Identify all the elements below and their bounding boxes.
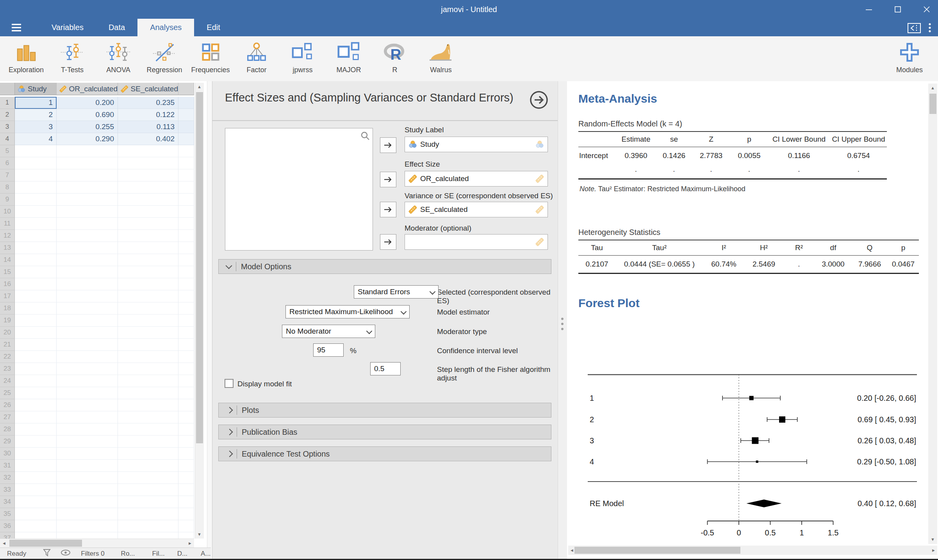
row-number[interactable]: 33 — [0, 484, 15, 496]
effect-size-field[interactable]: OR_calculated — [405, 171, 548, 187]
grid-cell[interactable] — [57, 472, 118, 484]
ribbon-item-t-tests[interactable]: T-Tests — [49, 39, 95, 74]
grid-cell[interactable] — [15, 169, 57, 181]
results-vertical-scrollbar[interactable]: ▲ ▼ — [928, 84, 937, 544]
row-number[interactable]: 35 — [0, 508, 15, 520]
scrollbar-thumb[interactable] — [196, 92, 203, 443]
grid-cell[interactable] — [178, 218, 194, 230]
grid-cell[interactable] — [178, 254, 194, 266]
grid-cell[interactable]: 0.122 — [118, 109, 178, 121]
grid-cell[interactable] — [178, 121, 194, 133]
grid-corner-cell[interactable] — [0, 83, 15, 95]
grid-cell[interactable] — [118, 218, 178, 230]
grid-cell[interactable] — [15, 484, 57, 496]
grid-cell[interactable] — [118, 436, 178, 448]
row-number[interactable]: 24 — [0, 375, 15, 387]
grid-cell[interactable] — [118, 254, 178, 266]
grid-cell[interactable]: 0.200 — [57, 97, 118, 109]
grid-cell[interactable] — [178, 520, 194, 532]
grid-cell[interactable] — [15, 448, 57, 460]
row-number[interactable]: 10 — [0, 206, 15, 218]
ribbon-item-jpwrss[interactable]: jpwrss — [280, 39, 326, 74]
grid-cell[interactable] — [57, 375, 118, 387]
column-header-study[interactable]: Study — [15, 83, 57, 95]
grid-cell[interactable] — [118, 351, 178, 363]
grid-cell[interactable] — [57, 242, 118, 254]
grid-cell[interactable] — [57, 496, 118, 508]
grid-cell[interactable] — [15, 302, 57, 315]
grid-cell[interactable] — [15, 363, 57, 375]
grid-cell[interactable] — [15, 339, 57, 351]
grid-cell[interactable]: 0.690 — [57, 109, 118, 121]
grid-cell[interactable] — [178, 363, 194, 375]
grid-cell[interactable] — [118, 460, 178, 472]
grid-cell[interactable] — [118, 484, 178, 496]
grid-cell[interactable] — [15, 460, 57, 472]
grid-cell[interactable] — [15, 520, 57, 532]
grid-cell[interactable] — [57, 351, 118, 363]
scroll-up-icon[interactable]: ▲ — [197, 85, 202, 89]
grid-cell[interactable] — [15, 532, 57, 539]
grid-cell[interactable] — [118, 278, 178, 290]
grid-cell[interactable] — [178, 436, 194, 448]
grid-cell[interactable] — [57, 266, 118, 278]
grid-cell[interactable] — [57, 484, 118, 496]
grid-cell[interactable] — [57, 254, 118, 266]
grid-cell[interactable] — [178, 169, 194, 181]
ribbon-item-regression[interactable]: Regression — [141, 39, 187, 74]
eye-icon[interactable] — [61, 549, 71, 558]
assign-variance-button[interactable] — [380, 202, 396, 217]
publication-bias-section-header[interactable]: Publication Bias — [218, 425, 551, 439]
column-header-se_calculated[interactable]: SE_calculated — [118, 83, 178, 95]
grid-cell[interactable] — [57, 423, 118, 436]
grid-cell[interactable] — [118, 230, 178, 242]
row-number[interactable]: 28 — [0, 423, 15, 436]
row-number[interactable]: 7 — [0, 169, 15, 181]
grid-cell[interactable] — [57, 363, 118, 375]
results-panel-toggle-button[interactable] — [908, 23, 921, 35]
row-number[interactable]: 3 — [0, 121, 15, 133]
grid-cell[interactable] — [57, 508, 118, 520]
selected-es-dropdown[interactable]: Standard Errors — [354, 285, 439, 299]
modules-button[interactable]: Modules — [886, 39, 933, 74]
grid-cell[interactable] — [178, 387, 194, 399]
minimize-button[interactable] — [865, 5, 873, 14]
grid-cell[interactable] — [57, 181, 118, 194]
grid-cell[interactable]: 0.290 — [57, 133, 118, 145]
grid-cell[interactable] — [118, 496, 178, 508]
grid-cell[interactable] — [178, 532, 194, 539]
grid-cell[interactable] — [15, 254, 57, 266]
grid-cell[interactable] — [118, 508, 178, 520]
grid-cell[interactable]: 1 — [15, 97, 57, 109]
row-number[interactable]: 18 — [0, 302, 15, 315]
grid-cell[interactable] — [57, 194, 118, 206]
row-number[interactable]: 16 — [0, 278, 15, 290]
grid-cell[interactable] — [57, 327, 118, 339]
grid-cell[interactable] — [178, 375, 194, 387]
grid-cell[interactable] — [178, 290, 194, 302]
row-number[interactable]: 20 — [0, 327, 15, 339]
grid-cell[interactable] — [15, 290, 57, 302]
grid-cell[interactable] — [15, 206, 57, 218]
grid-cell[interactable] — [15, 423, 57, 436]
column-header-empty[interactable] — [178, 83, 194, 95]
menu-button[interactable] — [11, 23, 23, 33]
grid-cell[interactable] — [178, 423, 194, 436]
grid-cell[interactable] — [15, 181, 57, 194]
grid-cell[interactable] — [118, 290, 178, 302]
grid-cell[interactable] — [118, 423, 178, 436]
scroll-right-icon[interactable]: ► — [931, 548, 936, 553]
grid-cell[interactable] — [118, 302, 178, 315]
grid-cell[interactable] — [118, 242, 178, 254]
grid-cell[interactable]: 0.255 — [57, 121, 118, 133]
display-model-fit-checkbox[interactable] — [225, 379, 234, 388]
data-grid[interactable]: StudyOR_calculatedSE_calculated110.2000.… — [0, 83, 194, 539]
row-number[interactable]: 31 — [0, 460, 15, 472]
grid-cell[interactable] — [118, 181, 178, 194]
grid-cell[interactable] — [57, 278, 118, 290]
grid-cell[interactable]: 2 — [15, 109, 57, 121]
grid-cell[interactable] — [15, 387, 57, 399]
scroll-left-icon[interactable]: ◄ — [2, 541, 6, 546]
grid-cell[interactable]: 4 — [15, 133, 57, 145]
grid-cell[interactable] — [178, 145, 194, 157]
